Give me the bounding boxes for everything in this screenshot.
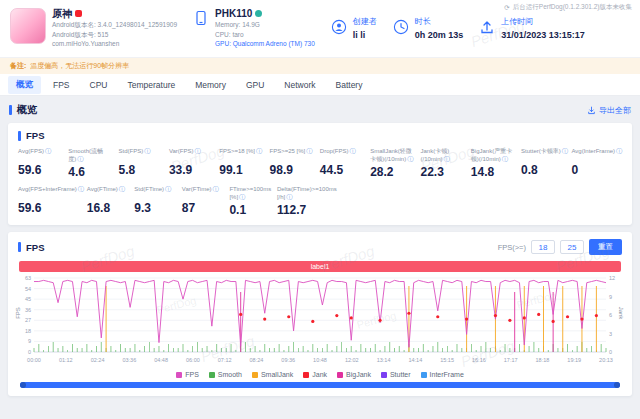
svg-text:12: 12	[609, 275, 615, 281]
legend-SmallJank[interactable]: SmallJank	[252, 371, 293, 378]
creator-value: li li	[353, 30, 377, 40]
svg-text:12:02: 12:02	[345, 357, 359, 363]
scrollbar-left-handle[interactable]	[20, 382, 26, 388]
upload-summary: 上传时间 31/01/2023 13:15:17	[479, 17, 585, 40]
svg-text:14:14: 14:14	[408, 357, 422, 363]
info-icon[interactable]: ⓘ	[444, 156, 450, 162]
info-icon[interactable]: ⓘ	[194, 148, 200, 154]
chart-scrollbar[interactable]	[20, 382, 620, 388]
app-package: com.miHoYo.Yuanshen	[52, 39, 177, 49]
export-all-button[interactable]: 导出全部	[587, 105, 631, 116]
metric-FTime>=100ms [%]: FTime>=100ms [%]ⓘ0.1	[229, 186, 274, 217]
metric-Var(FTime): Var(FTime)ⓘ87	[182, 186, 227, 217]
metric-Drop(FPS): Drop(FPS)ⓘ44.5	[320, 148, 367, 179]
fps-threshold-input-2[interactable]	[560, 240, 584, 254]
info-icon[interactable]: ⓘ	[616, 148, 622, 154]
tab-概览[interactable]: 概览	[8, 76, 41, 94]
duration-label: 时长	[415, 17, 464, 27]
svg-text:08:24: 08:24	[250, 357, 264, 363]
info-icon[interactable]: ⓘ	[165, 186, 171, 192]
fps-summary-title: FPS	[18, 130, 622, 141]
creator-label: 创建者	[353, 17, 377, 27]
info-icon[interactable]: ⓘ	[239, 194, 245, 200]
scrollbar-right-handle[interactable]	[614, 382, 620, 388]
fps-metrics-row1: Avg(FPS)ⓘ59.6Smooth(流畅度)ⓘ4.6Std(FPS)ⓘ5.8…	[18, 148, 622, 179]
y-axis-left-label: FPS	[15, 308, 21, 320]
fps-chart[interactable]: FPS Jank 6354453627189012963000:0001:120…	[18, 274, 622, 370]
app-version-code: Android版本号: 515	[52, 30, 177, 40]
legend-InterFrame[interactable]: InterFrame	[421, 371, 464, 378]
legend-Smooth[interactable]: Smooth	[209, 371, 242, 378]
fps-threshold-label: FPS(>=)	[498, 243, 526, 252]
info-icon[interactable]: ⓘ	[350, 148, 356, 154]
info-icon[interactable]: ⓘ	[144, 148, 150, 154]
info-icon[interactable]: ⓘ	[77, 156, 83, 162]
svg-text:13:14: 13:14	[377, 357, 391, 363]
tab-CPU[interactable]: CPU	[82, 77, 116, 93]
user-icon	[331, 19, 347, 35]
duration-summary: 时长 0h 20m 13s	[393, 17, 464, 40]
info-icon[interactable]: ⓘ	[213, 186, 219, 192]
svg-text:18: 18	[25, 328, 31, 334]
metric-Avg(FPS): Avg(FPS)ⓘ59.6	[18, 148, 65, 179]
info-icon[interactable]: ⓘ	[45, 148, 51, 154]
info-icon[interactable]: ⓘ	[502, 156, 508, 162]
info-icon[interactable]: ⓘ	[119, 186, 125, 192]
legend-FPS[interactable]: FPS	[176, 371, 199, 378]
main-content: 概览 导出全部 FPS Avg(FPS)ⓘ59.6Smooth(流畅度)ⓘ4.6…	[0, 96, 640, 396]
metric-Std(FPS): Std(FPS)ⓘ5.8	[119, 148, 166, 179]
upload-label: 上传时间	[501, 17, 585, 27]
svg-text:17:17: 17:17	[504, 357, 518, 363]
legend-Stutter[interactable]: Stutter	[381, 371, 411, 378]
app-badge-icon	[75, 10, 82, 17]
metric-Std(FTime): Std(FTime)ⓘ9.3	[134, 186, 179, 217]
svg-text:10:48: 10:48	[313, 357, 327, 363]
reset-button[interactable]: 重置	[589, 239, 622, 255]
fps-threshold-input-1[interactable]	[531, 240, 555, 254]
note-text: 温度偏高，无法运行90帧分辨率	[30, 61, 129, 71]
info-icon[interactable]: ⓘ	[286, 194, 292, 200]
info-icon[interactable]: ⓘ	[78, 186, 84, 192]
svg-text:16:16: 16:16	[472, 357, 486, 363]
info-icon[interactable]: ⓘ	[562, 148, 568, 154]
svg-text:15:15: 15:15	[440, 357, 454, 363]
section-title: 概览	[9, 103, 37, 117]
svg-text:19:19: 19:19	[567, 357, 581, 363]
metric-Jank(卡顿)(/10min): Jank(卡顿)(/10min)ⓘ22.3	[420, 148, 467, 179]
info-icon[interactable]: ⓘ	[407, 156, 413, 162]
creator-summary: 创建者 li li	[331, 17, 377, 40]
scrollbar-thumb[interactable]	[20, 382, 620, 388]
svg-text:63: 63	[25, 275, 31, 281]
legend-Jank[interactable]: Jank	[303, 371, 327, 378]
tab-FPS[interactable]: FPS	[45, 77, 78, 93]
device-badge-icon	[255, 10, 262, 17]
tab-Temperature[interactable]: Temperature	[119, 77, 183, 93]
metric-FPS>=18 [%]: FPS>=18 [%]ⓘ99.1	[219, 148, 266, 179]
clock-icon	[393, 19, 409, 35]
tab-GPU[interactable]: GPU	[238, 77, 272, 93]
metric-Delta(FTime)>=100ms [/h]: Delta(FTime)>=100ms [/h]ⓘ112.7	[277, 186, 337, 217]
svg-text:07:12: 07:12	[218, 357, 232, 363]
upload-icon	[479, 19, 495, 35]
svg-text:03:36: 03:36	[122, 357, 136, 363]
info-icon[interactable]: ⓘ	[256, 148, 262, 154]
download-icon	[587, 106, 596, 115]
tab-Memory[interactable]: Memory	[187, 77, 234, 93]
device-model: PHK110	[215, 8, 252, 20]
accent-bar	[9, 105, 12, 115]
fps-summary-card: FPS Avg(FPS)ⓘ59.6Smooth(流畅度)ⓘ4.6Std(FPS)…	[8, 123, 632, 225]
info-icon[interactable]: ⓘ	[306, 148, 312, 154]
metric-Smooth(流畅度): Smooth(流畅度)ⓘ4.6	[68, 148, 115, 179]
tab-Battery[interactable]: Battery	[328, 77, 371, 93]
legend-BigJank[interactable]: BigJank	[337, 371, 371, 378]
app-icon	[10, 8, 46, 44]
metric-Avg(FTime): Avg(FTime)ⓘ16.8	[87, 186, 132, 217]
upload-value: 31/01/2023 13:15:17	[501, 30, 585, 40]
chart-label-banner[interactable]: label1	[19, 261, 621, 272]
svg-text:18:18: 18:18	[536, 357, 550, 363]
legend-swatch	[209, 372, 215, 378]
svg-text:02:24: 02:24	[91, 357, 105, 363]
svg-text:0: 0	[28, 349, 31, 355]
svg-text:01:12: 01:12	[59, 357, 73, 363]
tab-Network[interactable]: Network	[276, 77, 323, 93]
